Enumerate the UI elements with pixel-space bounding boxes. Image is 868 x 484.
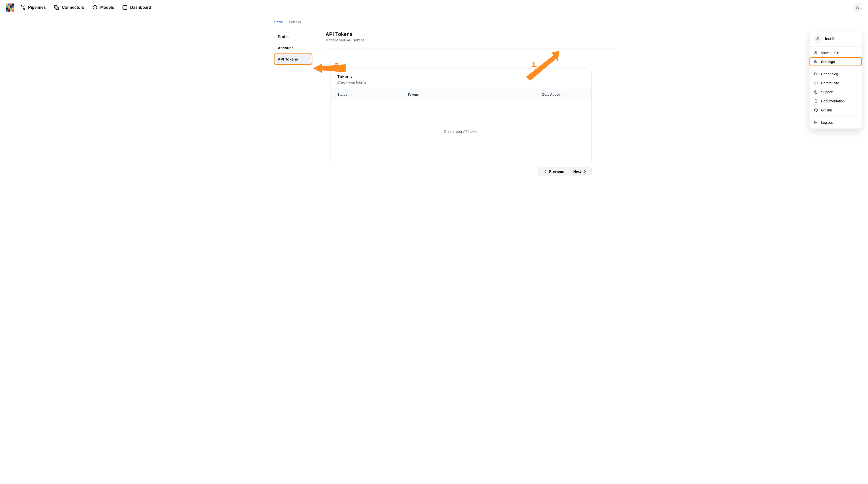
user-icon <box>813 34 822 43</box>
doc-icon <box>813 99 818 103</box>
github-icon <box>813 108 818 112</box>
menu-community[interactable]: Community <box>809 78 862 88</box>
models-icon <box>92 5 98 10</box>
previous-button[interactable]: Previous <box>538 167 569 176</box>
svg-rect-25 <box>814 82 817 84</box>
page-subtitle: Manage your API Tokens <box>326 38 617 42</box>
tokens-card: Tokens Check your tokens Status Tokens D… <box>331 68 592 163</box>
svg-rect-0 <box>6 3 8 5</box>
svg-rect-6 <box>10 5 12 7</box>
svg-point-21 <box>857 6 858 7</box>
menu-github[interactable]: GitHub <box>809 106 862 115</box>
nav-connectors[interactable]: Connectors <box>54 5 84 10</box>
page-body: API Tokens Manage your API Tokens Tokens… <box>326 31 617 180</box>
sidebar-item-label: Profile <box>278 34 289 39</box>
card-subtitle: Check your tokens <box>337 80 585 84</box>
user-menu: Instill View profile Settings Changelog <box>809 31 862 129</box>
page-title: API Tokens <box>326 31 617 37</box>
col-tokens[interactable]: Tokens <box>408 93 542 96</box>
arrow-right-icon <box>583 169 587 173</box>
svg-point-16 <box>21 5 22 7</box>
sidebar-item-profile[interactable]: Profile <box>274 31 312 42</box>
menu-documentation[interactable]: Documentation <box>809 97 862 106</box>
table-empty-state: Create your API token <box>331 100 591 163</box>
chat-icon <box>813 81 818 85</box>
pagination: Previous Next <box>331 163 592 180</box>
nav-label: Pipelines <box>28 5 46 10</box>
nav-models[interactable]: Models <box>92 5 114 10</box>
menu-label: Log out <box>821 121 833 125</box>
svg-point-24 <box>815 61 816 62</box>
menu-label: Changelog <box>821 72 838 76</box>
sidebar-item-account[interactable]: Account <box>274 43 312 53</box>
gear-icon <box>813 60 818 64</box>
menu-logout[interactable]: Log out <box>809 118 862 127</box>
menu-label: Community <box>821 81 839 85</box>
svg-rect-4 <box>6 5 8 7</box>
svg-rect-2 <box>10 3 12 5</box>
breadcrumb: Home Settings <box>251 20 617 26</box>
sidebar-item-label: Account <box>278 46 293 50</box>
app-logo[interactable] <box>6 3 14 11</box>
help-icon <box>813 90 818 94</box>
nav-pipelines[interactable]: Pipelines <box>20 5 46 10</box>
svg-rect-10 <box>10 7 12 9</box>
menu-label: Documentation <box>821 99 845 103</box>
user-avatar-button[interactable] <box>853 3 862 12</box>
logout-icon <box>813 121 818 125</box>
next-button[interactable]: Next <box>569 167 592 176</box>
nav-dashboard[interactable]: Dashboard <box>122 5 151 10</box>
col-date-label: Date Added <box>542 93 560 96</box>
svg-point-17 <box>24 8 25 9</box>
menu-label: GitHub <box>821 108 832 112</box>
svg-point-27 <box>816 93 816 93</box>
svg-rect-1 <box>8 3 10 5</box>
nav-label: Dashboard <box>130 5 151 10</box>
svg-rect-14 <box>10 9 12 11</box>
nav-label: Connectors <box>62 5 84 10</box>
sidebar-item-label: API Tokens <box>278 57 298 61</box>
annotation-label-1: 1. <box>532 60 538 69</box>
nav-label: Models <box>100 5 114 10</box>
menu-view-profile[interactable]: View profile <box>809 48 862 57</box>
next-label: Next <box>574 169 581 173</box>
card-title: Tokens <box>337 74 585 79</box>
svg-point-23 <box>815 52 816 53</box>
col-date[interactable]: Date Added <box>542 93 585 96</box>
svg-rect-13 <box>8 9 10 11</box>
table-header: Status Tokens Date Added <box>331 89 591 100</box>
menu-label: Support <box>821 90 833 94</box>
svg-rect-15 <box>12 9 14 11</box>
menu-support[interactable]: Support <box>809 88 862 97</box>
breadcrumb-home[interactable]: Home <box>274 20 283 24</box>
user-name: Instill <box>825 37 834 41</box>
svg-rect-12 <box>6 9 8 11</box>
arrow-left-icon <box>543 169 547 173</box>
svg-rect-5 <box>8 5 10 7</box>
annotation-label-2: 2. <box>335 61 341 70</box>
prev-label: Previous <box>549 169 564 173</box>
connectors-icon <box>54 5 59 10</box>
svg-rect-3 <box>12 3 14 5</box>
chevron-right-icon <box>285 21 287 24</box>
pipelines-icon <box>20 5 26 10</box>
svg-rect-8 <box>6 7 8 9</box>
sidebar-item-api-tokens[interactable]: API Tokens <box>274 54 312 64</box>
sort-icon <box>562 93 565 96</box>
menu-label: Settings <box>821 60 835 64</box>
empty-text: Create your API token <box>444 130 478 134</box>
layers-icon <box>813 72 818 76</box>
menu-settings[interactable]: Settings <box>809 57 862 66</box>
divider <box>326 48 617 49</box>
col-status[interactable]: Status <box>337 93 408 96</box>
breadcrumb-current: Settings <box>289 20 301 24</box>
menu-label: View profile <box>821 51 839 55</box>
topbar: Pipelines Connectors Models <box>0 0 868 15</box>
menu-changelog[interactable]: Changelog <box>809 69 862 78</box>
profile-icon <box>813 51 818 55</box>
user-menu-header: Instill <box>809 31 862 47</box>
page-header: API Tokens Manage your API Tokens <box>326 31 617 42</box>
main: Home Settings Profile Account API Tokens… <box>251 15 617 190</box>
settings-sidebar: Profile Account API Tokens <box>274 31 312 180</box>
svg-rect-11 <box>12 7 14 9</box>
